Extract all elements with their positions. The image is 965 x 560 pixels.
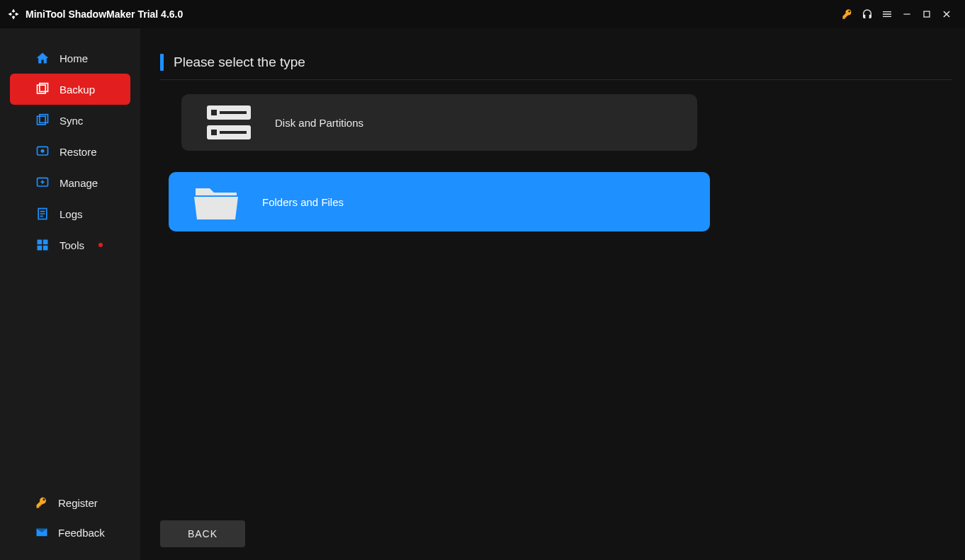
sidebar-item-register[interactable]: Register — [10, 488, 130, 518]
hamburger-menu-icon[interactable] — [877, 4, 897, 24]
mail-icon — [35, 526, 48, 539]
sidebar-item-label: Feedback — [58, 527, 105, 539]
sidebar-item-label: Restore — [60, 146, 97, 158]
sidebar-item-feedback[interactable]: Feedback — [10, 518, 130, 547]
app-title: MiniTool ShadowMaker Trial 4.6.0 — [26, 8, 183, 20]
svg-rect-15 — [211, 110, 217, 115]
heading-row: Please select the type — [160, 54, 952, 80]
sidebar-item-label: Sync — [60, 115, 83, 127]
option-label: Disk and Partitions — [275, 117, 363, 129]
heading-accent-bar — [160, 54, 164, 71]
svg-point-7 — [41, 149, 45, 153]
tools-icon — [35, 238, 50, 252]
logs-icon — [35, 207, 50, 221]
sync-icon — [35, 113, 50, 127]
main-content: Please select the type Disk and Partitio… — [140, 28, 965, 560]
svg-rect-19 — [220, 131, 247, 134]
close-button[interactable] — [937, 4, 956, 24]
sidebar-item-home[interactable]: Home — [10, 42, 130, 74]
page-title: Please select the type — [174, 55, 305, 70]
titlebar-controls — [837, 4, 956, 24]
notification-dot-icon — [98, 243, 103, 247]
home-icon — [35, 51, 50, 65]
sidebar-item-label: Logs — [60, 208, 83, 220]
manage-icon — [35, 176, 50, 190]
sidebar-bottom: Register Feedback — [0, 488, 140, 547]
option-disk-partitions[interactable]: Disk and Partitions — [181, 94, 697, 151]
sidebar-item-manage[interactable]: Manage — [10, 167, 130, 198]
svg-rect-18 — [211, 130, 217, 135]
svg-rect-12 — [38, 246, 43, 251]
footer: BACK — [160, 520, 952, 547]
sidebar-item-restore[interactable]: Restore — [10, 136, 130, 167]
maximize-button[interactable] — [917, 4, 937, 24]
svg-rect-13 — [43, 246, 48, 251]
minimize-button[interactable] — [897, 4, 917, 24]
sidebar-item-tools[interactable]: Tools — [10, 229, 130, 261]
type-options: Disk and Partitions Folders and Files — [160, 94, 952, 232]
sidebar-item-logs[interactable]: Logs — [10, 198, 130, 229]
svg-rect-16 — [220, 111, 247, 114]
sidebar-item-label: Backup — [60, 84, 95, 96]
svg-rect-11 — [43, 240, 48, 245]
svg-rect-1 — [924, 11, 930, 17]
folder-icon — [191, 181, 241, 222]
headset-icon[interactable] — [857, 4, 877, 24]
app-logo-icon — [7, 8, 20, 21]
sidebar-item-label: Tools — [60, 239, 84, 251]
sidebar-item-label: Home — [60, 52, 88, 64]
key-icon — [35, 496, 48, 509]
sidebar-item-backup[interactable]: Backup — [10, 74, 130, 105]
key-icon[interactable] — [837, 4, 857, 24]
svg-rect-10 — [38, 240, 43, 245]
option-label: Folders and Files — [262, 196, 344, 208]
sidebar-item-label: Register — [58, 497, 98, 509]
nav-list: Home Backup Sync Restore Manage Logs — [0, 42, 140, 261]
backup-icon — [35, 82, 50, 96]
option-folders-files[interactable]: Folders and Files — [169, 172, 710, 232]
svg-rect-0 — [903, 13, 910, 14]
sidebar: Home Backup Sync Restore Manage Logs — [0, 28, 140, 560]
back-button[interactable]: BACK — [160, 520, 245, 547]
sidebar-item-label: Manage — [60, 177, 98, 189]
titlebar-left: MiniTool ShadowMaker Trial 4.6.0 — [7, 8, 183, 21]
restore-icon — [35, 144, 50, 159]
titlebar: MiniTool ShadowMaker Trial 4.6.0 — [0, 0, 965, 28]
sidebar-item-sync[interactable]: Sync — [10, 105, 130, 136]
disk-icon — [204, 103, 254, 142]
